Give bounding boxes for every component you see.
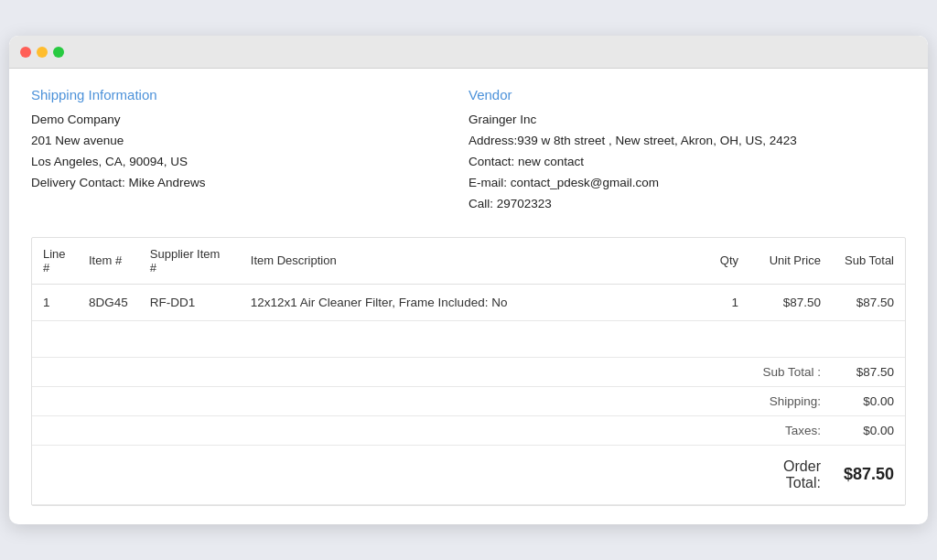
- cell-unit-price: $87.50: [749, 284, 832, 320]
- order-total-label: Order Total:: [749, 445, 832, 504]
- col-desc-header: Item Description: [240, 238, 709, 285]
- titlebar: [9, 36, 928, 69]
- company-name: Demo Company: [31, 110, 468, 131]
- col-unit-header: Unit Price: [749, 238, 832, 285]
- info-section: Shipping Information Demo Company 201 Ne…: [31, 87, 906, 215]
- vendor-email: E-mail: contact_pdesk@gmail.com: [468, 173, 906, 194]
- table-body: 1 8DG45 RF-DD1 12x12x1 Air Cleaner Filte…: [32, 284, 905, 504]
- subtotal-value: $87.50: [832, 357, 905, 386]
- traffic-lights: [20, 47, 64, 58]
- col-item-header: Item #: [78, 238, 139, 285]
- vendor-address: Address:939 w 8th street , New street, A…: [468, 131, 906, 152]
- col-sub-header: Sub Total: [832, 238, 905, 285]
- order-total-value: $87.50: [832, 445, 905, 504]
- taxes-value: $0.00: [832, 415, 905, 445]
- order-table-section: Line # Item # Supplier Item # Item Descr…: [31, 237, 906, 506]
- maximize-button[interactable]: [53, 47, 64, 58]
- vendor-info: Grainger Inc Address:939 w 8th street , …: [468, 110, 906, 215]
- cell-line: 1: [32, 284, 78, 320]
- order-table: Line # Item # Supplier Item # Item Descr…: [32, 238, 905, 505]
- col-line-header: Line #: [32, 238, 78, 285]
- vendor-call: Call: 29702323: [468, 194, 906, 215]
- table-row: 1 8DG45 RF-DD1 12x12x1 Air Cleaner Filte…: [32, 284, 905, 320]
- subtotal-label: Sub Total :: [749, 357, 832, 386]
- vendor-col: Vendor Grainger Inc Address:939 w 8th st…: [468, 87, 906, 215]
- close-button[interactable]: [20, 47, 31, 58]
- vendor-heading: Vendor: [468, 87, 906, 102]
- taxes-label: Taxes:: [749, 415, 832, 445]
- taxes-row: Taxes: $0.00: [32, 415, 905, 445]
- shipping-info: Demo Company 201 New avenue Los Angeles,…: [31, 110, 468, 194]
- cell-supplier-item: RF-DD1: [139, 284, 240, 320]
- cell-item: 8DG45: [78, 284, 139, 320]
- shipping-heading: Shipping Information: [31, 87, 468, 102]
- shipping-row: Shipping: $0.00: [32, 386, 905, 415]
- main-content: Shipping Information Demo Company 201 Ne…: [9, 69, 928, 524]
- address-line2: Los Angeles, CA, 90094, US: [31, 152, 468, 173]
- vendor-name: Grainger Inc: [468, 110, 906, 131]
- table-header: Line # Item # Supplier Item # Item Descr…: [32, 238, 905, 285]
- minimize-button[interactable]: [37, 47, 48, 58]
- cell-description: 12x12x1 Air Cleaner Filter, Frame Includ…: [240, 284, 709, 320]
- subtotal-row: Sub Total : $87.50: [32, 357, 905, 386]
- spacer-row: [32, 320, 905, 357]
- app-window: Shipping Information Demo Company 201 Ne…: [9, 36, 928, 524]
- vendor-contact: Contact: new contact: [468, 152, 906, 173]
- shipping-label: Shipping:: [749, 386, 832, 415]
- cell-qty: 1: [709, 284, 749, 320]
- shipping-col: Shipping Information Demo Company 201 Ne…: [31, 87, 468, 215]
- shipping-value: $0.00: [832, 386, 905, 415]
- order-total-row: Order Total: $87.50: [32, 445, 905, 504]
- header-row: Line # Item # Supplier Item # Item Descr…: [32, 238, 905, 285]
- delivery-contact: Delivery Contact: Mike Andrews: [31, 173, 468, 194]
- address-line1: 201 New avenue: [31, 131, 468, 152]
- col-supplier-header: Supplier Item #: [139, 238, 240, 285]
- cell-sub-total: $87.50: [832, 284, 905, 320]
- col-qty-header: Qty: [709, 238, 749, 285]
